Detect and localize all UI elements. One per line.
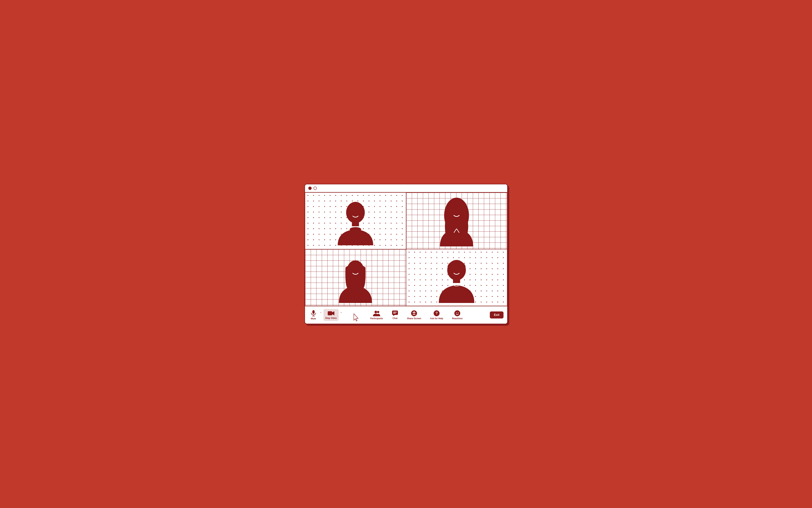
toolbar: Mute ⌃ Stop Video ⌃ xyxy=(305,306,507,324)
app-window: Mute ⌃ Stop Video ⌃ xyxy=(304,184,508,324)
reactions-button[interactable]: Reactions xyxy=(450,309,464,321)
svg-rect-16 xyxy=(392,310,398,315)
share-screen-button[interactable]: Share Screen xyxy=(405,309,423,321)
stop-video-label: Stop Video xyxy=(325,317,337,320)
reactions-icon xyxy=(454,310,460,316)
svg-point-14 xyxy=(374,311,377,313)
svg-point-15 xyxy=(377,311,379,313)
mute-button[interactable]: Mute xyxy=(309,308,318,322)
video-cell-bottom-right xyxy=(406,249,507,306)
chat-icon xyxy=(392,310,398,316)
participants-button[interactable]: Participants xyxy=(368,309,385,321)
svg-point-25 xyxy=(458,312,458,313)
minimize-button[interactable] xyxy=(314,186,317,190)
svg-rect-13 xyxy=(328,311,332,315)
reactions-label: Reactions xyxy=(452,317,462,320)
video-cell-top-left xyxy=(305,193,406,249)
svg-rect-9 xyxy=(453,279,460,283)
mic-icon xyxy=(311,310,317,316)
title-bar xyxy=(305,184,507,193)
exit-button[interactable]: Exit xyxy=(490,311,503,319)
svg-text:?: ? xyxy=(436,311,438,315)
svg-point-24 xyxy=(456,312,457,313)
svg-rect-5 xyxy=(453,220,460,225)
participants-label: Participants xyxy=(370,317,383,320)
svg-rect-7 xyxy=(352,278,359,282)
avatar-male1 xyxy=(333,197,378,245)
svg-point-23 xyxy=(454,310,460,316)
svg-rect-17 xyxy=(393,312,397,312)
close-button[interactable] xyxy=(308,186,312,190)
chat-label: Chat xyxy=(393,317,398,320)
svg-point-0 xyxy=(346,202,365,223)
avatar-female1 xyxy=(434,196,479,246)
participants-icon xyxy=(373,310,380,316)
video-cell-top-right xyxy=(406,193,507,249)
video-icon xyxy=(328,310,334,316)
toolbar-right: Exit xyxy=(490,311,503,319)
video-cell-bottom-left xyxy=(305,249,406,306)
avatar-male2 xyxy=(434,252,479,303)
avatar-female2 xyxy=(333,252,378,303)
share-screen-label: Share Screen xyxy=(407,317,421,320)
video-grid xyxy=(305,193,507,306)
help-icon: ? xyxy=(434,310,440,316)
svg-rect-10 xyxy=(312,310,315,314)
stop-video-button[interactable]: Stop Video xyxy=(323,309,339,321)
toolbar-center: Participants Chat xyxy=(343,309,490,321)
ask-for-help-label: Ask for Help xyxy=(430,317,443,320)
toolbar-left: Mute ⌃ Stop Video ⌃ xyxy=(309,308,343,322)
mute-label: Mute xyxy=(311,318,316,320)
video-chevron[interactable]: ⌃ xyxy=(339,311,343,315)
share-screen-icon xyxy=(411,310,417,316)
svg-rect-1 xyxy=(352,221,359,226)
mute-chevron[interactable]: ⌃ xyxy=(319,311,323,315)
chat-button[interactable]: Chat xyxy=(390,309,400,321)
svg-point-2 xyxy=(350,227,361,231)
svg-rect-18 xyxy=(393,313,396,313)
ask-for-help-button[interactable]: ? Ask for Help xyxy=(428,309,445,321)
